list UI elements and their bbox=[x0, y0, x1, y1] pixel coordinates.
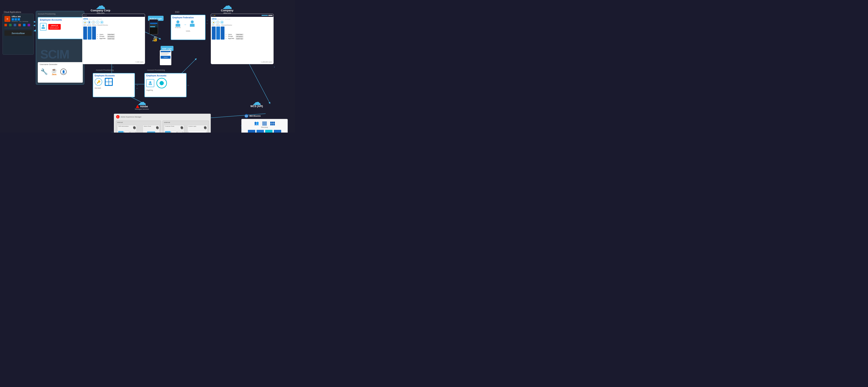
b2b-doc-mockup: Submit bbox=[160, 50, 172, 65]
custom-login-gear-icon: ⚙ bbox=[204, 126, 206, 129]
cust-gear-icon: ⚙ bbox=[180, 126, 183, 129]
applinks-item-c: AppLinks bbox=[99, 37, 105, 40]
emp-person-icon-2 bbox=[188, 21, 196, 29]
person-circle-icon: 👤 bbox=[60, 69, 67, 75]
company-corp-cloud: ☁ Company Corp .okta.com bbox=[91, 2, 110, 14]
del-auth-icon: 🔑 bbox=[95, 78, 102, 86]
center-arrow-right: → bbox=[136, 84, 138, 87]
person-list-icon bbox=[146, 79, 154, 87]
cloud-apps-box: O Office 365 S L E SharePoint · Lync · E… bbox=[3, 14, 34, 55]
sso-arrow-right: → bbox=[206, 19, 208, 21]
emp-accounts-title-left: Employee Accounts bbox=[38, 17, 83, 22]
wcs-list-icon bbox=[262, 121, 267, 126]
users-count-right: ~1,200,000 Users bbox=[260, 61, 272, 63]
wcs-bar-2 bbox=[256, 130, 264, 133]
applinks-item-r: AppLinks bbox=[228, 37, 234, 40]
blue-bar-r2 bbox=[216, 27, 220, 40]
custom-login-form: Login bbox=[188, 131, 206, 133]
sso-arrow-left: ← bbox=[206, 22, 208, 25]
del-auth-box: Employee Accounts 🔑 Del Auth bbox=[93, 73, 135, 97]
saml-label: SAML bbox=[173, 30, 204, 32]
username-gen-box: Username Generator 🔧 ☕ Java 👤 bbox=[38, 62, 83, 83]
wcs-grid-icon bbox=[270, 121, 275, 126]
api-interface-r: API Interface bbox=[236, 36, 244, 37]
main-diagram: Cloud Applications O Office 365 S L E Sh… bbox=[0, 0, 295, 133]
identity-cloud-label-center: IDENTITY CLOUD bbox=[89, 19, 102, 20]
universal-dir-label-c: Universal Directory bbox=[97, 25, 108, 26]
internal-label: internal bbox=[116, 121, 161, 124]
phone-mockup bbox=[149, 20, 158, 35]
delauth-label-c: DelAuth bbox=[87, 25, 91, 26]
cust-icon-3 bbox=[177, 131, 183, 133]
username-gen-label: Username Generator bbox=[38, 62, 83, 67]
adobe-cloud-icon: ☁ bbox=[135, 99, 149, 106]
wcs-bar-3 bbox=[265, 130, 273, 133]
wcs-label: WCS (API) bbox=[250, 105, 263, 108]
user-icon-c: 👤 bbox=[88, 21, 91, 24]
blue-bar-1 bbox=[83, 27, 87, 40]
policy-icon-r: 📋 bbox=[216, 21, 219, 24]
sso-center-label: SSO bbox=[175, 11, 179, 13]
office-icon-2 bbox=[9, 24, 11, 26]
adobe-exp-mgr-area: A Adobe Experience Manager bbox=[114, 114, 211, 119]
users-item-c: Users bbox=[99, 33, 105, 36]
adobe-panel: A Adobe Experience Manager internal CMS … bbox=[114, 114, 211, 133]
windows-icon bbox=[105, 78, 113, 86]
org2org-circle bbox=[156, 78, 167, 89]
sso-label-r: SSO bbox=[212, 25, 215, 26]
org2org-emp-label: Employee Accounts bbox=[146, 74, 185, 77]
exchange-icon: E bbox=[18, 18, 20, 21]
office365-icon: O bbox=[4, 16, 10, 22]
emp-person-icon-1: Employee bbox=[174, 21, 182, 29]
wcs-panel: 👥 Di bbox=[241, 119, 288, 133]
wcs-cloud: ☁ WCS (API) bbox=[250, 99, 263, 108]
emp-accounts-box-left: Employee Accounts ORACLE HUMAN CAPITAL M… bbox=[38, 17, 83, 39]
wcs-bar-1 bbox=[248, 130, 255, 133]
aem-label: Adobe Experience Manager bbox=[121, 116, 142, 118]
cms-icon-1 bbox=[118, 131, 124, 133]
cloud-applications-label: Cloud Applications bbox=[4, 11, 21, 13]
wcs-bar-4 bbox=[274, 130, 281, 133]
ibm-icon: IBM bbox=[245, 114, 248, 118]
person-icon-left bbox=[40, 23, 46, 31]
arrow-left-1: ◀ bbox=[33, 20, 35, 23]
sharepoint-label: SharePoint · Lync · Exchange bbox=[11, 21, 28, 22]
wcs-icons-row: 👥 bbox=[242, 119, 287, 126]
wcs-cloud-icon: ☁ bbox=[250, 99, 263, 106]
adobe-left-arrow: → bbox=[111, 131, 113, 133]
globe-icon-r: 🌐 bbox=[220, 21, 224, 24]
wcs-arrow-left: → bbox=[240, 124, 243, 127]
tools-icon: 🔧 bbox=[40, 68, 48, 75]
fingerprint-icon: 🔏 bbox=[152, 36, 157, 42]
office-icon-1 bbox=[4, 24, 7, 26]
okta-logo-center: okta bbox=[83, 18, 88, 20]
okta-logo-right: okta bbox=[212, 18, 217, 20]
office-icon-3 bbox=[14, 24, 16, 26]
wcs-arrow-right: → bbox=[240, 128, 243, 131]
globe-icon-c: 🌐 bbox=[100, 21, 103, 24]
cms-gear-icon: ⚙ bbox=[133, 126, 135, 129]
ibm-bluemix-area: IBM IBM Bluemix bbox=[245, 114, 261, 118]
users-item-r: Users bbox=[228, 33, 234, 36]
policies-label-c: Policies bbox=[92, 25, 97, 26]
oracle-logo: ORACLE HUMAN CAPITAL MANAGEMENT bbox=[48, 24, 61, 30]
office-icon-4 bbox=[18, 24, 21, 26]
arrow-icon-fed: → bbox=[183, 23, 187, 27]
blue-bar-3 bbox=[92, 27, 96, 40]
admin-roles-r: Admin Roles bbox=[236, 34, 244, 35]
del-auth-label-inner: Del Auth bbox=[95, 87, 133, 89]
lock-icon-c: 🔒 bbox=[83, 21, 87, 24]
system-logs-c: System Logs bbox=[107, 38, 115, 40]
blue-bar-2 bbox=[88, 27, 91, 40]
aem-icon: A bbox=[116, 115, 120, 118]
adobe-label: Adobe bbox=[140, 105, 148, 108]
sharepoint-icon: S bbox=[11, 18, 14, 21]
okta-panel-right: okta IDENTITY CLOUD 🔒 📋 🌐 SSO Policies U… bbox=[211, 14, 274, 64]
java-logo: ☕ Java bbox=[51, 68, 57, 75]
lock-icon-r: 🔒 bbox=[212, 21, 215, 24]
bluemix-label: IBM Bluemix bbox=[249, 115, 261, 117]
users-count-center: ~7,200 Users bbox=[135, 61, 144, 63]
groups-item-r: Groups bbox=[228, 35, 234, 37]
admin-roles-c: Admin Roles bbox=[107, 34, 115, 35]
org2org-box: Employee Accounts Org2Org bbox=[144, 73, 187, 97]
